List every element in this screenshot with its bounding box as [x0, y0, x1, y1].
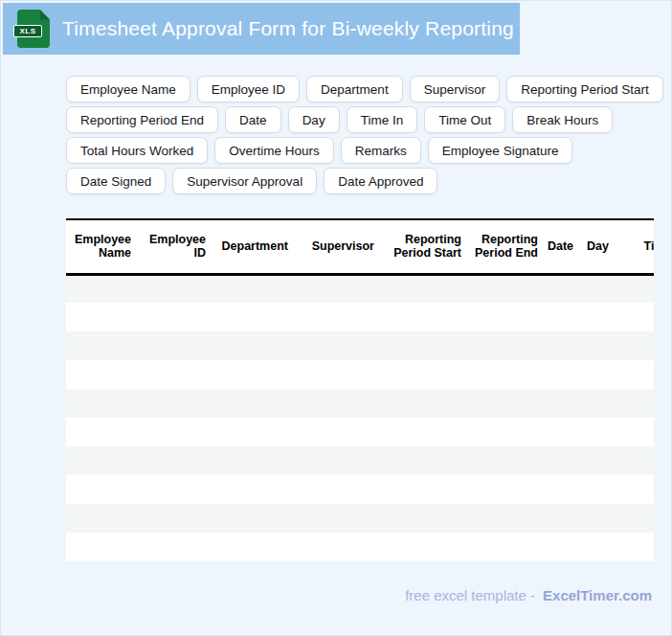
table-cell	[467, 446, 544, 475]
table-cell	[66, 504, 137, 533]
table-cell	[212, 331, 294, 360]
table-cell	[212, 360, 294, 389]
table-cell	[66, 533, 137, 561]
table-cell	[467, 533, 544, 561]
table-cell	[615, 389, 654, 418]
table-cell	[66, 418, 137, 446]
field-chip-break-hours: Break Hours	[512, 106, 613, 133]
field-chip-time-out: Time Out	[424, 106, 505, 133]
table-cell	[294, 360, 380, 389]
table-cell	[579, 303, 615, 331]
column-header-reporting-period-start: Reporting Period Start	[380, 220, 467, 274]
column-header-date: Date	[544, 220, 579, 274]
table-cell	[212, 446, 294, 475]
table-cell	[579, 446, 615, 475]
table-cell	[615, 475, 654, 504]
field-chip-date-approved: Date Approved	[324, 168, 437, 194]
table-cell	[579, 331, 615, 360]
table-cell	[544, 389, 579, 418]
column-header-department: Department	[212, 220, 294, 274]
table-cell	[137, 274, 212, 303]
timesheet-table: Employee NameEmployee IDDepartmentSuperv…	[66, 220, 654, 561]
field-chip-reporting-period-end: Reporting Period End	[66, 106, 218, 133]
table-cell	[467, 331, 544, 360]
footer-brand-link[interactable]: ExcelTimer.com	[543, 587, 652, 603]
table-cell	[579, 475, 615, 504]
table-row	[66, 475, 654, 504]
field-chip-employee-signature: Employee Signature	[428, 137, 573, 164]
field-chip-remarks: Remarks	[341, 137, 421, 164]
table-row	[66, 274, 654, 303]
table-row	[66, 533, 654, 561]
table-cell	[544, 274, 579, 303]
table-cell	[467, 360, 544, 389]
table-cell	[380, 331, 467, 360]
field-chip-list: Employee NameEmployee IDDepartmentSuperv…	[66, 76, 672, 194]
field-chip-date: Date	[225, 106, 281, 133]
table-cell	[615, 331, 654, 360]
page: XLS Timesheet Approval Form for Bi-weekl…	[0, 0, 672, 636]
table-cell	[467, 303, 544, 331]
table-cell	[380, 360, 467, 389]
table-cell	[467, 389, 544, 418]
column-header-day: Day	[579, 220, 615, 274]
table-cell	[66, 274, 137, 303]
table-cell	[66, 389, 137, 418]
table-cell	[380, 418, 467, 446]
table-cell	[294, 533, 380, 561]
table-cell	[66, 303, 137, 331]
table-cell	[294, 331, 380, 360]
header-banner: XLS Timesheet Approval Form for Bi-weekl…	[3, 3, 520, 55]
table-cell	[544, 446, 579, 475]
xls-badge: XLS	[13, 25, 42, 37]
table-cell	[294, 475, 380, 504]
table-cell	[380, 303, 467, 331]
table-cell	[544, 331, 579, 360]
footer: free excel template -ExcelTimer.com	[405, 587, 652, 603]
column-header-reporting-period-end: Reporting Period End	[467, 220, 544, 274]
table-cell	[294, 389, 380, 418]
table-cell	[544, 303, 579, 331]
table-cell	[544, 533, 579, 561]
table-row	[66, 418, 654, 446]
table-cell	[467, 418, 544, 446]
field-chip-date-signed: Date Signed	[66, 168, 166, 194]
table-cell	[579, 504, 615, 533]
table-cell	[579, 274, 615, 303]
table-cell	[544, 360, 579, 389]
table-cell	[137, 418, 212, 446]
field-chip-employee-name: Employee Name	[66, 76, 190, 102]
table-cell	[615, 303, 654, 331]
page-title: Timesheet Approval Form for Bi-weekly Re…	[62, 17, 514, 40]
field-chip-supervisor: Supervisor	[410, 76, 501, 102]
column-header-supervisor: Supervisor	[294, 220, 380, 274]
table-cell	[212, 389, 294, 418]
table-cell	[137, 533, 212, 561]
field-chip-department: Department	[306, 76, 403, 102]
table-cell	[579, 360, 615, 389]
table-cell	[380, 533, 467, 561]
table-cell	[380, 475, 467, 504]
table-cell	[615, 360, 654, 389]
table-row	[66, 303, 654, 331]
table-cell	[66, 360, 137, 389]
table-cell	[544, 418, 579, 446]
table-cell	[212, 475, 294, 504]
table-cell	[137, 331, 212, 360]
field-chip-total-hours-worked: Total Hours Worked	[66, 137, 208, 164]
field-chip-reporting-period-start: Reporting Period Start	[506, 76, 663, 102]
table-cell	[294, 446, 380, 475]
table-cell	[615, 418, 654, 446]
column-header-time-in: Time In	[615, 220, 654, 274]
table-cell	[212, 533, 294, 561]
table-cell	[579, 418, 615, 446]
field-chip-employee-id: Employee ID	[197, 76, 300, 102]
table-cell	[380, 446, 467, 475]
table-cell	[467, 475, 544, 504]
table-cell	[212, 504, 294, 533]
table-row	[66, 504, 654, 533]
table-cell	[544, 475, 579, 504]
table-cell	[137, 446, 212, 475]
table-row	[66, 360, 654, 389]
field-chip-overtime-hours: Overtime Hours	[214, 137, 334, 164]
